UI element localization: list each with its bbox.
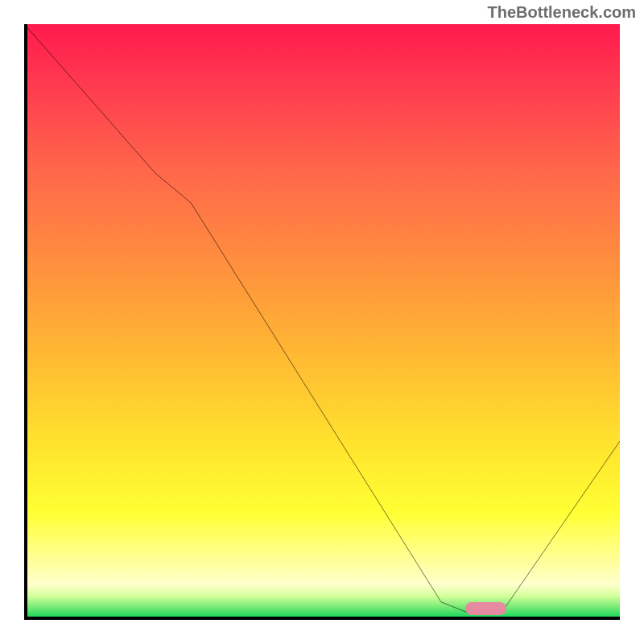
plot-inner [24,24,620,620]
plot-area [24,24,620,620]
optimal-marker [465,602,507,615]
chart-root: TheBottleneck.com [0,0,644,644]
attribution-text: TheBottleneck.com [488,3,636,22]
gradient-background [24,24,620,620]
